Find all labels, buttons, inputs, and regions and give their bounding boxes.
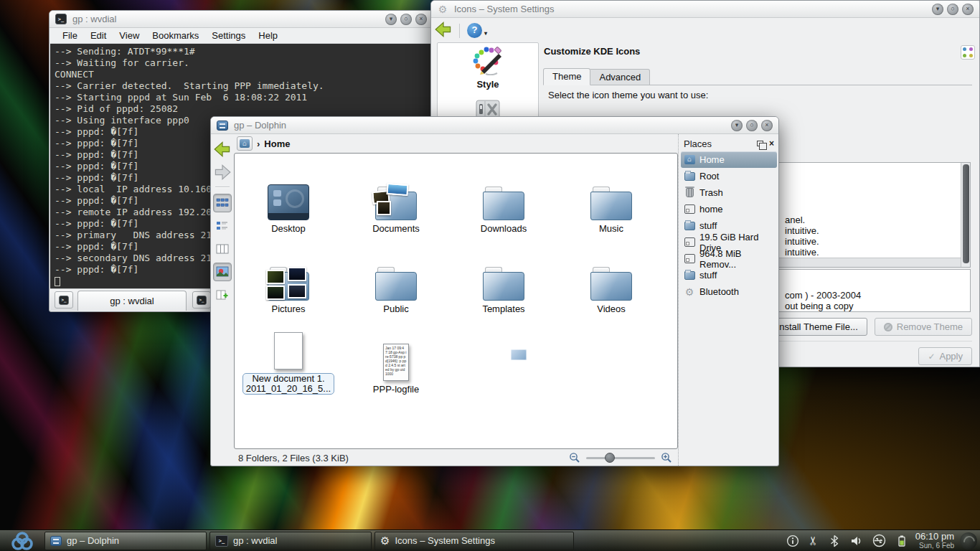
close-button[interactable]: × (415, 14, 427, 25)
gear-icon: ⚙ (437, 4, 448, 15)
zoom-slider[interactable] (586, 453, 655, 463)
klipper-scissors-icon[interactable]: ✂ (807, 536, 821, 545)
dolphin-file-view[interactable]: Desktop Documents Downloads Music (234, 153, 678, 449)
volume-icon[interactable] (850, 534, 863, 547)
folder-icon (684, 222, 695, 230)
panel-cashew-button[interactable] (960, 532, 977, 550)
minimize-button[interactable]: ▾ (731, 120, 743, 131)
overview-grid-icon[interactable] (961, 45, 975, 60)
settings-heading: Customize KDE Icons (544, 46, 640, 57)
float-panel-icon[interactable] (757, 141, 763, 146)
settings-tabs: Theme Advanced (543, 68, 650, 85)
tab-theme[interactable]: Theme (543, 68, 590, 85)
apply-button[interactable]: ✓ Apply (918, 347, 972, 365)
settings-titlebar[interactable]: ⚙ Icons – System Settings ▾ ○ × (431, 1, 979, 18)
close-panel-icon[interactable]: × (769, 140, 774, 147)
forward-button[interactable] (213, 163, 232, 182)
split-view-button[interactable] (213, 286, 232, 304)
app-launcher-button[interactable] (0, 530, 44, 551)
folder-pictures[interactable]: Pictures (235, 240, 342, 320)
folder-videos[interactable]: Videos (557, 240, 665, 320)
tab-list-button[interactable]: >_ (192, 291, 211, 309)
sidebar-style-label: Style (438, 79, 538, 90)
maximize-button[interactable]: ○ (947, 4, 958, 15)
icons-view-button[interactable] (213, 194, 232, 212)
columns-view-button[interactable] (213, 240, 232, 258)
zoom-in-icon[interactable] (661, 452, 672, 463)
zoom-slider-thumb[interactable] (605, 453, 615, 463)
scrollbar-thumb[interactable] (963, 164, 969, 263)
menu-help[interactable]: Help (252, 29, 284, 42)
home-icon: ⌂ (240, 139, 250, 148)
file-new-document-selected[interactable]: New document 1. 2011_01_20_16_5... (235, 320, 342, 400)
place-trash[interactable]: Trash (681, 184, 777, 201)
vertical-scrollbar[interactable] (961, 163, 970, 267)
menu-settings[interactable]: Settings (205, 29, 252, 42)
breadcrumb-root-button[interactable]: ⌂ (237, 136, 253, 151)
terminal-icon: >_ (197, 296, 207, 305)
menu-edit[interactable]: Edit (84, 29, 113, 42)
folder-documents[interactable]: Documents (342, 159, 450, 240)
help-button[interactable]: ?▾ (467, 23, 482, 38)
maximize-button[interactable]: ○ (400, 14, 412, 25)
details-view-icon (216, 220, 229, 232)
place-bluetooth[interactable]: ⚙ Bluetooth (681, 283, 777, 300)
dolphin-statusbar: 8 Folders, 2 Files (3.3 KiB) (234, 449, 677, 466)
menu-file[interactable]: File (56, 29, 84, 42)
task-dolphin[interactable]: gp – Dolphin (44, 532, 207, 550)
sidebar-item-style[interactable]: Style (438, 43, 538, 90)
forward-arrow-icon (214, 164, 231, 180)
minimize-button[interactable]: ▾ (932, 4, 943, 15)
task-terminal[interactable]: >_ gp : wvdial (209, 532, 372, 550)
menu-bookmarks[interactable]: Bookmarks (146, 29, 205, 42)
terminal-titlebar[interactable]: >_ gp : wvdial ▾ ○ × (50, 11, 433, 28)
tab-panel-border (543, 85, 972, 85)
apply-check-icon: ✓ (928, 352, 935, 362)
terminal-title: gp : wvdial (72, 14, 116, 24)
dolphin-title: gp – Dolphin (234, 120, 286, 131)
split-view-icon (216, 288, 229, 301)
back-arrow-icon (435, 22, 452, 37)
folder-templates[interactable]: Templates (450, 240, 557, 320)
places-header[interactable]: Places × (681, 136, 777, 151)
folder-icon (590, 187, 632, 220)
folder-music[interactable]: Music (557, 159, 665, 240)
folder-downloads[interactable]: Downloads (450, 159, 557, 240)
remove-theme-button[interactable]: Remove Theme (875, 318, 972, 336)
back-button[interactable] (435, 22, 452, 39)
bluetooth-icon[interactable] (828, 534, 841, 547)
bluetooth-gear-icon: ⚙ (684, 286, 695, 298)
notifications-info-icon[interactable] (786, 534, 799, 547)
menu-view[interactable]: View (113, 29, 146, 42)
close-button[interactable]: × (761, 120, 773, 131)
place-home[interactable]: ⌂ Home (681, 151, 777, 168)
usb-device-icon[interactable] (872, 534, 886, 547)
terminal-cursor (55, 277, 60, 286)
place-root[interactable]: Root (681, 168, 777, 184)
folder-public[interactable]: Public (342, 240, 450, 320)
close-button[interactable]: × (962, 4, 974, 15)
task-system-settings[interactable]: ⚙ Icons – System Settings (374, 532, 574, 550)
preview-button[interactable] (213, 263, 232, 281)
breadcrumb-home[interactable]: Home (264, 138, 290, 149)
file-ppp-logfile[interactable]: Jan 17 09:4 7:18 gp-Asp ire-5738 pp pd[1… (342, 320, 450, 400)
maximize-button[interactable]: ○ (746, 120, 758, 131)
terminal-tab[interactable]: gp : wvdial (77, 291, 187, 311)
details-view-button[interactable] (213, 217, 232, 235)
folder-icon (375, 267, 417, 301)
drive-icon (684, 237, 695, 247)
tab-advanced[interactable]: Advanced (590, 69, 650, 85)
minimize-button[interactable]: ▾ (385, 14, 397, 25)
text-preview-icon: Jan 17 09:4 7:18 gp-Asp ire-5738 pp pd[1… (383, 344, 409, 381)
place-removable-drive[interactable]: 964.8 MiB Remov... (681, 250, 777, 267)
remove-icon (884, 323, 892, 331)
breadcrumb-bar: ⌂ › Home (234, 134, 678, 153)
folder-desktop[interactable]: Desktop (235, 159, 342, 240)
back-button[interactable] (213, 140, 232, 159)
clock[interactable]: 06:10 pm Sun, 6 Feb (915, 532, 958, 550)
zoom-out-icon[interactable] (569, 452, 580, 463)
place-home-partition[interactable]: home (681, 201, 777, 217)
battery-icon[interactable] (895, 534, 908, 547)
dolphin-titlebar[interactable]: gp – Dolphin ▾ ○ × (211, 117, 778, 134)
new-tab-button[interactable]: >_ (55, 291, 73, 309)
